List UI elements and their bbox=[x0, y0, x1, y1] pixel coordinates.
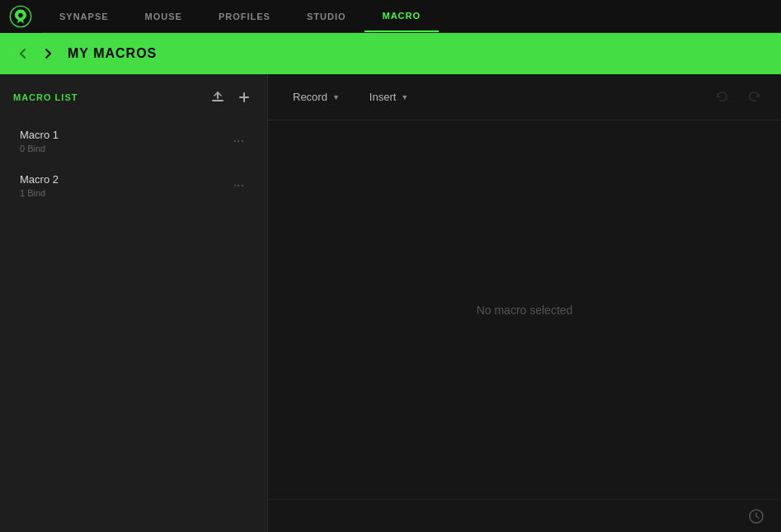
export-icon bbox=[210, 90, 225, 105]
forward-button[interactable] bbox=[38, 44, 58, 64]
macro-list-panel: MACRO LIST bbox=[0, 74, 268, 532]
macro-item-bind: 0 Bind bbox=[20, 144, 59, 153]
nav-item-profiles[interactable]: PROFILES bbox=[200, 0, 289, 32]
add-macro-button[interactable] bbox=[234, 87, 254, 107]
macro-item-info: Macro 2 1 Bind bbox=[20, 173, 59, 198]
page-title: MY MACROS bbox=[68, 46, 157, 61]
top-nav: SYNAPSE MOUSE PROFILES STUDIO MACRO bbox=[0, 0, 781, 33]
macro-item-info: Macro 1 0 Bind bbox=[20, 129, 59, 153]
macro-list-item[interactable]: Macro 1 0 Bind ··· bbox=[13, 120, 254, 162]
macro-bottom-bar bbox=[268, 499, 781, 532]
razer-logo-icon bbox=[9, 5, 32, 28]
svg-rect-2 bbox=[212, 100, 223, 101]
empty-state-message: No macro selected bbox=[477, 304, 573, 317]
macro-item-name: Macro 2 bbox=[20, 173, 59, 186]
history-button[interactable] bbox=[745, 505, 768, 528]
macro-toolbar: Record ▼ Insert ▼ bbox=[268, 74, 781, 120]
macro-content-panel: Record ▼ Insert ▼ bbox=[268, 74, 781, 532]
nav-items: SYNAPSE MOUSE PROFILES STUDIO MACRO bbox=[41, 0, 781, 32]
svg-rect-5 bbox=[239, 97, 249, 98]
back-button[interactable] bbox=[13, 44, 33, 64]
record-button[interactable]: Record ▼ bbox=[281, 86, 351, 108]
macro-item-more-button[interactable]: ··· bbox=[230, 175, 247, 196]
breadcrumb-nav bbox=[13, 44, 58, 64]
macro-item-name: Macro 1 bbox=[20, 129, 59, 141]
macro-list-title: MACRO LIST bbox=[13, 92, 78, 102]
nav-item-mouse[interactable]: MOUSE bbox=[127, 0, 200, 32]
redo-icon bbox=[747, 90, 762, 105]
record-label: Record bbox=[293, 91, 327, 103]
record-caret-icon: ▼ bbox=[332, 93, 340, 101]
redo-button[interactable] bbox=[741, 84, 768, 111]
insert-button[interactable]: Insert ▼ bbox=[358, 86, 420, 108]
add-icon bbox=[237, 90, 252, 105]
history-icon bbox=[748, 508, 765, 525]
page-header: MY MACROS bbox=[0, 33, 781, 74]
macro-list-item[interactable]: Macro 2 1 Bind ··· bbox=[13, 165, 254, 206]
nav-item-synapse[interactable]: SYNAPSE bbox=[41, 0, 127, 32]
export-button[interactable] bbox=[208, 87, 228, 107]
macro-list-actions bbox=[208, 87, 254, 107]
macro-empty-state: No macro selected bbox=[268, 120, 781, 499]
macro-item-bind: 1 Bind bbox=[20, 188, 59, 198]
svg-point-1 bbox=[18, 12, 23, 17]
macro-item-more-button[interactable]: ··· bbox=[230, 130, 247, 152]
nav-item-studio[interactable]: STUDIO bbox=[289, 0, 365, 32]
macro-list-header: MACRO LIST bbox=[13, 87, 254, 107]
logo bbox=[0, 0, 41, 33]
main-content: MACRO LIST bbox=[0, 74, 781, 532]
nav-item-macro[interactable]: MACRO bbox=[365, 0, 440, 32]
insert-label: Insert bbox=[369, 91, 397, 103]
undo-icon bbox=[714, 90, 729, 105]
undo-button[interactable] bbox=[708, 84, 735, 111]
insert-caret-icon: ▼ bbox=[401, 93, 408, 101]
